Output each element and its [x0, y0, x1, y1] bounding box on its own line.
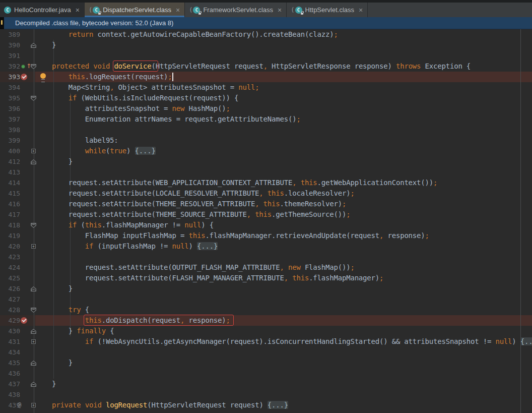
breakpoint-icon[interactable]: [21, 74, 27, 80]
line-number[interactable]: 438: [0, 389, 20, 400]
code-text[interactable]: }: [35, 379, 56, 389]
code-row-398[interactable]: 398: [0, 125, 532, 135]
code-text[interactable]: while(true) {...}: [35, 146, 156, 156]
code-row-438[interactable]: 438: [0, 389, 532, 400]
overrides-up-arrow-icon[interactable]: ↑: [26, 61, 31, 72]
code-row-392[interactable]: 392↑ protected void doService(HttpServle…: [0, 61, 532, 72]
code-text[interactable]: private void logRequest(HttpServletReque…: [35, 400, 288, 410]
line-number[interactable]: 397: [0, 114, 20, 125]
line-number[interactable]: 424: [0, 262, 20, 273]
breakpoint-icon[interactable]: [21, 317, 27, 324]
code-text[interactable]: request.setAttribute(OUTPUT_FLASH_MAP_AT…: [35, 262, 355, 273]
line-number[interactable]: 430: [0, 326, 20, 336]
code-row-412[interactable]: 412 }: [0, 156, 532, 167]
code-editor[interactable]: 389 return context.getAutowireCapableBea…: [0, 29, 532, 413]
code-row-437[interactable]: 437 }: [0, 379, 532, 389]
line-number[interactable]: 416: [0, 199, 20, 209]
fold-marker-plus-icon[interactable]: +: [31, 149, 36, 153]
line-number[interactable]: 434: [0, 347, 20, 358]
code-text[interactable]: if (inputFlashMap != null) {...}: [35, 241, 218, 252]
code-row-419[interactable]: 419 FlashMap inputFlashMap = this.flashM…: [0, 230, 532, 241]
line-number[interactable]: 414: [0, 178, 20, 188]
line-number[interactable]: 394: [0, 82, 20, 93]
folded-code-placeholder[interactable]: {...}: [135, 147, 156, 155]
code-text[interactable]: request.setAttribute(WEB_APPLICATION_CON…: [35, 178, 437, 188]
code-text[interactable]: request.setAttribute(THEME_SOURCE_ATTRIB…: [35, 209, 350, 220]
line-number[interactable]: 420: [0, 241, 20, 252]
code-row-395[interactable]: 395 if (WebUtils.isIncludeRequest(reques…: [0, 93, 532, 103]
code-text[interactable]: request.setAttribute(LOCALE_RESOLVER_ATT…: [35, 188, 355, 199]
intention-bulb-icon[interactable]: [40, 73, 46, 79]
line-number[interactable]: 439: [0, 400, 20, 410]
code-row-393[interactable]: 393 this.logRequest(request);: [0, 72, 532, 82]
code-row-428[interactable]: 428 try {: [0, 305, 532, 315]
folded-code-placeholder[interactable]: {...}: [268, 401, 288, 409]
code-text[interactable]: Enumeration attrNames = request.getAttri…: [35, 114, 301, 125]
line-number[interactable]: 399: [0, 135, 20, 146]
line-number[interactable]: 429: [0, 315, 20, 326]
code-row-396[interactable]: 396 attributesSnapshot = new HashMap();: [0, 103, 532, 114]
line-number[interactable]: 437: [0, 379, 20, 389]
line-number[interactable]: 395: [0, 93, 20, 103]
folded-code-placeholder[interactable]: {...}: [197, 242, 218, 250]
code-text[interactable]: if (WebUtils.isIncludeRequest(request)) …: [35, 93, 238, 103]
code-text[interactable]: if (!WebAsyncUtils.getAsyncManager(reque…: [35, 336, 532, 347]
line-number[interactable]: 412: [0, 156, 20, 167]
code-row-390[interactable]: 390 }: [0, 40, 532, 50]
close-icon[interactable]: ×: [359, 7, 363, 14]
close-icon[interactable]: ×: [278, 7, 282, 14]
code-text[interactable]: }: [35, 358, 73, 368]
code-text[interactable]: request.setAttribute(THEME_RESOLVER_ATTR…: [35, 199, 346, 209]
line-number[interactable]: 418: [0, 220, 20, 230]
code-row-439[interactable]: 439@+ private void logRequest(HttpServle…: [0, 400, 532, 410]
code-row-389[interactable]: 389 return context.getAutowireCapableBea…: [0, 29, 532, 40]
code-row-430[interactable]: 430 } finally {: [0, 326, 532, 336]
code-text[interactable]: if (this.flashMapManager != null) {: [35, 220, 214, 230]
code-text[interactable]: FlashMap inputFlashMap = this.flashMapMa…: [35, 230, 429, 241]
code-row-394[interactable]: 394 Map<String, Object> attributesSnapsh…: [0, 82, 532, 93]
code-row-431[interactable]: 431+ if (!WebAsyncUtils.getAsyncManager(…: [0, 336, 532, 347]
line-number[interactable]: 389: [0, 29, 20, 40]
code-row-436[interactable]: 436: [0, 368, 532, 379]
code-text[interactable]: } finally {: [35, 326, 114, 336]
code-text[interactable]: return context.getAutowireCapableBeanFac…: [35, 29, 338, 40]
code-text[interactable]: label95:: [35, 135, 118, 146]
close-icon[interactable]: ×: [176, 7, 180, 14]
code-row-427[interactable]: 427: [0, 294, 532, 305]
code-row-414[interactable]: 414 request.setAttribute(WEB_APPLICATION…: [0, 178, 532, 188]
line-number[interactable]: 431: [0, 336, 20, 347]
line-number[interactable]: 393: [0, 72, 20, 82]
code-row-424[interactable]: 424 request.setAttribute(OUTPUT_FLASH_MA…: [0, 262, 532, 273]
line-number[interactable]: 396: [0, 103, 20, 114]
line-number[interactable]: 419: [0, 230, 20, 241]
tab-httpservlet-class[interactable]: (CHttpServlet.class×: [287, 3, 368, 17]
code-row-397[interactable]: 397 Enumeration attrNames = request.getA…: [0, 114, 532, 125]
tab-frameworkservlet-class[interactable]: (CFrameworkServlet.class×: [185, 3, 287, 17]
tab-dispatcherservlet-class[interactable]: (CDispatcherServlet.class×: [85, 3, 185, 17]
code-row-418[interactable]: 418 if (this.flashMapManager != null) {: [0, 220, 532, 230]
line-number[interactable]: 427: [0, 294, 20, 305]
line-number[interactable]: 391: [0, 50, 20, 61]
code-row-423[interactable]: 423: [0, 252, 532, 262]
line-number[interactable]: 436: [0, 368, 20, 379]
code-row-434[interactable]: 434: [0, 347, 532, 358]
code-text[interactable]: try {: [35, 305, 89, 315]
line-number[interactable]: 415: [0, 188, 20, 199]
line-number[interactable]: 400: [0, 146, 20, 156]
code-text[interactable]: this.logRequest(request);: [35, 72, 172, 82]
code-text[interactable]: }: [35, 40, 56, 50]
fold-marker-plus-icon[interactable]: +: [31, 244, 36, 249]
line-number[interactable]: 425: [0, 273, 20, 283]
code-text[interactable]: protected void doService(HttpServletRequ…: [35, 61, 471, 72]
line-number[interactable]: 390: [0, 40, 20, 50]
code-row-415[interactable]: 415 request.setAttribute(LOCALE_RESOLVER…: [0, 188, 532, 199]
code-row-420[interactable]: 420+ if (inputFlashMap != null) {...}: [0, 241, 532, 252]
code-text[interactable]: attributesSnapshot = new HashMap();: [35, 103, 230, 114]
code-row-426[interactable]: 426 }: [0, 283, 532, 294]
code-row-413[interactable]: 413: [0, 167, 532, 178]
line-number[interactable]: 435: [0, 358, 20, 368]
folded-code-placeholder[interactable]: {...}: [520, 337, 532, 345]
code-text[interactable]: Map<String, Object> attributesSnapshot =…: [35, 82, 259, 93]
code-row-416[interactable]: 416 request.setAttribute(THEME_RESOLVER_…: [0, 199, 532, 209]
override-marker-icon[interactable]: [21, 65, 25, 69]
